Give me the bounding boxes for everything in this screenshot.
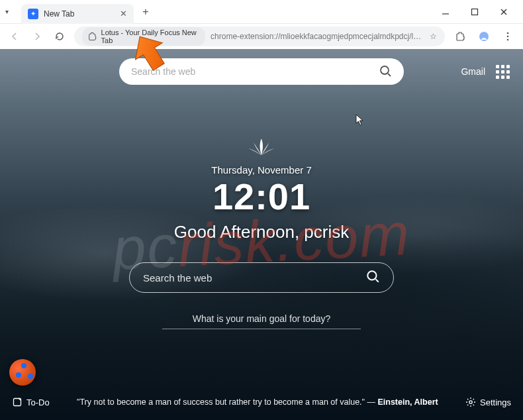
site-info-chip[interactable]: Lotus - Your Daily Focus New Tab [82,27,205,46]
browser-tab[interactable]: ✦ New Tab ✕ [21,4,134,24]
browser-titlebar: ▾ ✦ New Tab ✕ + [0,0,523,24]
svg-point-14 [469,401,472,403]
address-bar[interactable]: Lotus - Your Daily Focus New Tab chrome-… [74,26,445,46]
apps-grid-icon[interactable] [496,65,510,79]
svg-point-5 [483,34,485,36]
greeting-text: Good Afternoon, pcrisk [174,222,349,242]
maximize-button[interactable] [465,3,485,21]
goal-input[interactable] [162,313,361,324]
todo-button[interactable]: To-Do [12,397,50,407]
search-icon[interactable] [379,64,392,79]
svg-rect-1 [472,9,478,15]
gmail-link[interactable]: Gmail [461,66,485,77]
quote-text: "Try not to become a man of success but … [59,397,456,407]
reload-button[interactable] [52,28,68,44]
close-tab-icon[interactable]: ✕ [120,9,127,19]
newtab-content: Gmail Thursday, November 7 12:01 Good Af… [0,49,523,420]
top-row: Gmail [0,58,523,85]
todo-label: To-Do [26,397,50,407]
mouse-cursor-icon [356,114,365,128]
svg-point-9 [381,66,389,74]
time-text: 12:01 [213,178,310,215]
new-tab-button[interactable]: + [138,4,154,20]
close-window-button[interactable] [494,3,514,21]
tab-search-dropdown[interactable]: ▾ [5,8,19,15]
svg-point-7 [507,36,509,38]
top-search-input[interactable] [131,66,379,77]
svg-line-10 [388,74,391,76]
quote-body: "Try not to become a man of success but … [77,397,377,407]
svg-point-11 [367,271,376,280]
site-name: Lotus - Your Daily Focus New Tab [101,28,201,44]
todo-icon [12,397,23,407]
window-controls [436,3,518,21]
bottom-bar: To-Do "Try not to become a man of succes… [0,384,523,420]
main-search-input[interactable] [143,272,365,284]
tab-favicon-icon: ✦ [28,9,38,19]
kebab-menu-button[interactable] [499,28,516,45]
goal-input-row[interactable] [162,313,361,329]
date-text: Thursday, November 7 [211,164,311,176]
extension-icon [87,31,97,42]
extensions-button[interactable] [452,28,469,45]
search-icon[interactable] [365,269,380,286]
svg-point-8 [507,39,509,41]
tab-title: New Tab [44,9,74,19]
center-stack: Thursday, November 7 12:01 Good Afternoo… [174,135,349,242]
assistant-bubble-button[interactable] [9,359,36,386]
minimize-button[interactable] [436,3,455,21]
lotus-logo-icon [247,135,276,158]
settings-label: Settings [480,397,511,407]
profile-button[interactable] [475,28,493,45]
back-button[interactable] [7,28,23,44]
forward-button[interactable] [29,28,45,44]
top-search-pill[interactable] [119,58,404,85]
svg-line-12 [375,279,378,282]
browser-toolbar: Lotus - Your Daily Focus New Tab chrome-… [0,24,523,49]
quote-author: Einstein, Albert [377,397,438,407]
main-search-bar[interactable] [129,262,394,293]
svg-point-6 [507,32,509,34]
gear-icon [465,397,476,407]
bookmark-star-icon[interactable]: ☆ [430,32,437,41]
url-text: chrome-extension://mlioekkfacaogmjedpmce… [211,32,424,41]
settings-button[interactable]: Settings [465,397,511,407]
